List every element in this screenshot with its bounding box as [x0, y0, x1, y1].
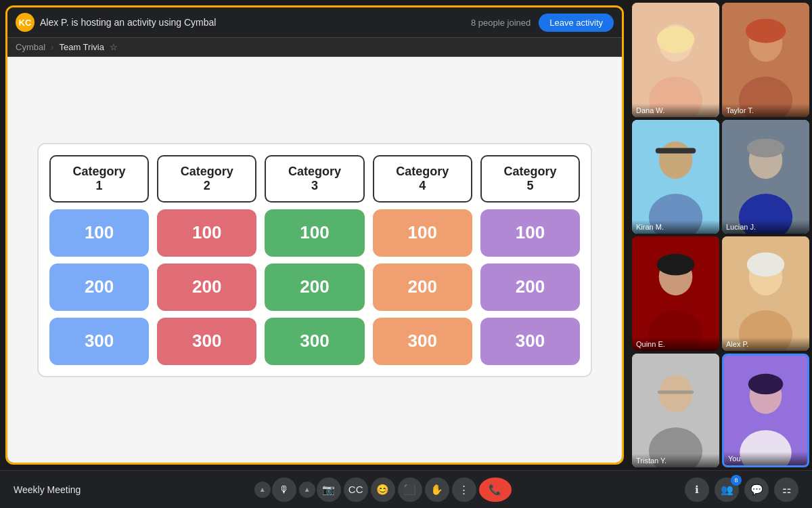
trivia-card-2-100[interactable]: 100: [157, 209, 256, 257]
tab-team-trivia[interactable]: Team Trivia: [59, 42, 104, 52]
trivia-card-5-200[interactable]: 200: [480, 263, 580, 311]
dana-label: Dana W.: [632, 104, 719, 117]
activity-header: KC Alex P. is hosting an activity using …: [7, 7, 622, 38]
people-badge: 8: [731, 475, 742, 486]
toolbar: Weekly Meeting ▲ 🎙 ▲ 📷 CC 😊 ⬛ ✋ ⋮ 📞 ℹ 👥 …: [0, 470, 812, 508]
more-options-button[interactable]: ⋮: [452, 478, 476, 502]
lucian-video: [722, 120, 809, 234]
kiran-label: Kiran M.: [632, 220, 719, 234]
header-left: KC Alex P. is hosting an activity using …: [16, 13, 216, 32]
quinn-video: [632, 236, 719, 351]
trivia-column-3: Category3 100 200 300: [265, 155, 364, 365]
people-count: 8 people joined: [471, 18, 531, 28]
category-5-header: Category5: [480, 155, 580, 203]
svg-point-19: [657, 254, 695, 276]
trivia-card-3-100[interactable]: 100: [265, 209, 364, 257]
raise-hand-button[interactable]: ✋: [425, 478, 449, 502]
people-button-wrapper: 👥 8: [715, 478, 739, 502]
trivia-card-5-100[interactable]: 100: [480, 209, 580, 257]
trivia-card-1-300[interactable]: 300: [49, 318, 149, 365]
mic-button[interactable]: 🎙: [272, 478, 296, 502]
trivia-card-3-200[interactable]: 200: [265, 263, 364, 311]
kiran-video: [632, 120, 719, 234]
svg-point-25: [659, 375, 693, 412]
video-tile-lucian: Lucian J.: [722, 120, 809, 234]
present-button[interactable]: ⬛: [398, 478, 422, 502]
trivia-container: Category1 100 200 300 Category2 100 200 …: [7, 57, 622, 463]
video-grid: Dana W. Taylor T.: [629, 0, 812, 470]
quinn-label: Quinn E.: [632, 337, 719, 351]
trivia-column-1: Category1 100 200 300: [49, 155, 149, 365]
toolbar-left: Weekly Meeting: [14, 484, 81, 495]
trivia-card-2-300[interactable]: 300: [157, 318, 256, 365]
svg-point-7: [746, 19, 786, 43]
tristan-label: Tristan Y.: [632, 454, 719, 467]
alex-label: Alex P.: [722, 337, 809, 351]
category-2-header: Category2: [157, 155, 256, 203]
toolbar-center: ▲ 🎙 ▲ 📷 CC 😊 ⬛ ✋ ⋮ 📞: [254, 478, 512, 502]
dana-video: [632, 3, 719, 117]
info-button[interactable]: ℹ: [685, 478, 709, 502]
svg-point-9: [659, 141, 693, 179]
svg-rect-11: [656, 148, 696, 153]
toolbar-right: ℹ 👥 8 💬 ⚏: [685, 478, 798, 502]
camera-caret-button[interactable]: ▲: [299, 482, 315, 498]
svg-point-3: [657, 26, 695, 54]
cymbal-logo-icon: KC: [16, 13, 35, 32]
trivia-column-4: Category4 100 200 300: [373, 155, 472, 365]
alex-video: [722, 236, 809, 351]
emoji-button[interactable]: 😊: [371, 478, 395, 502]
svg-point-23: [747, 253, 785, 277]
trivia-card-2-200[interactable]: 200: [157, 263, 256, 311]
taylor-video: [722, 3, 809, 117]
you-video: [724, 356, 807, 466]
category-1-header: Category1: [49, 155, 149, 203]
activity-title: Alex P. is hosting an activity using Cym…: [40, 17, 216, 28]
star-icon[interactable]: ☆: [110, 42, 118, 52]
activity-panel: KC Alex P. is hosting an activity using …: [0, 0, 629, 470]
end-call-button[interactable]: 📞: [479, 478, 512, 502]
trivia-card-4-300[interactable]: 300: [373, 318, 472, 365]
you-label: You: [724, 452, 807, 465]
lucian-label: Lucian J.: [722, 220, 809, 234]
leave-activity-button[interactable]: Leave activity: [539, 14, 614, 32]
header-right: 8 people joined Leave activity: [471, 14, 614, 32]
trivia-card-1-200[interactable]: 200: [49, 263, 149, 311]
video-tile-you: You: [722, 354, 809, 468]
tab-divider: ›: [51, 42, 53, 52]
activities-button[interactable]: ⚏: [774, 478, 798, 502]
video-tile-kiran: Kiran M.: [632, 120, 719, 234]
svg-point-15: [747, 138, 785, 157]
mic-group: ▲ 🎙: [254, 478, 296, 502]
category-3-header: Category3: [265, 155, 364, 203]
trivia-card-4-200[interactable]: 200: [373, 263, 472, 311]
tab-cymbal[interactable]: Cymbal: [16, 42, 45, 52]
category-4-header: Category4: [373, 155, 472, 203]
trivia-column-5: Category5 100 200 300: [480, 155, 580, 365]
video-tile-taylor: Taylor T.: [722, 3, 809, 117]
captions-button[interactable]: CC: [344, 478, 368, 502]
trivia-card-4-100[interactable]: 100: [373, 209, 472, 257]
trivia-card-1-100[interactable]: 100: [49, 209, 149, 257]
taylor-label: Taylor T.: [722, 104, 809, 117]
meeting-title: Weekly Meeting: [14, 484, 81, 495]
mic-caret-button[interactable]: ▲: [254, 482, 271, 498]
video-tile-quinn: Quinn E.: [632, 236, 719, 351]
video-tile-alex: Alex P.: [722, 236, 809, 351]
camera-group: ▲ 📷: [299, 478, 341, 502]
main-area: KC Alex P. is hosting an activity using …: [0, 0, 812, 470]
video-tile-dana: Dana W.: [632, 3, 719, 117]
trivia-board: Category1 100 200 300 Category2 100 200 …: [37, 143, 592, 377]
trivia-card-5-300[interactable]: 300: [480, 318, 580, 365]
video-tile-tristan: Tristan Y.: [632, 354, 719, 468]
tristan-video: [632, 354, 719, 468]
activity-window: KC Alex P. is hosting an activity using …: [5, 5, 624, 465]
camera-button[interactable]: 📷: [317, 478, 341, 502]
svg-rect-27: [658, 390, 694, 394]
activity-tabs: Cymbal › Team Trivia ☆: [7, 38, 622, 57]
trivia-card-3-300[interactable]: 300: [265, 318, 364, 365]
trivia-column-2: Category2 100 200 300: [157, 155, 256, 365]
chat-button[interactable]: 💬: [744, 478, 769, 502]
svg-point-31: [748, 373, 784, 394]
